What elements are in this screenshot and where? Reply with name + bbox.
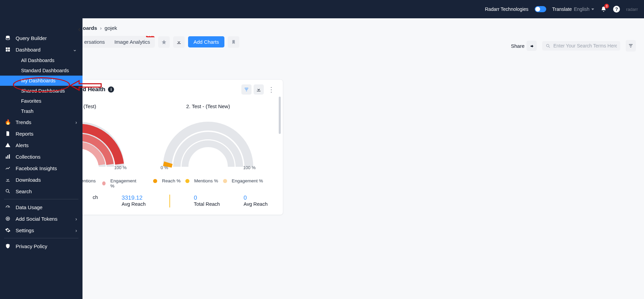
sidebar-item-query-builder[interactable]: Query Builder [0, 32, 82, 44]
grid-icon [5, 46, 11, 53]
sidebar-item-downloads[interactable]: Downloads [0, 174, 82, 185]
share-button[interactable]: Share [511, 41, 537, 51]
scrollbar[interactable] [279, 97, 281, 134]
gauge-2: 2. Test - (Test New) 0 % 100 % Reach % [150, 103, 266, 188]
help-button[interactable]: ? [613, 6, 620, 13]
nav-label: Add Social Tokens [16, 216, 57, 222]
svg-rect-4 [8, 50, 10, 52]
filter-button[interactable] [626, 40, 636, 52]
sidebar-item-collections[interactable]: Collections [0, 151, 82, 162]
search-icon [546, 43, 551, 48]
beta-badge: BETA [146, 36, 155, 37]
trend-icon [5, 165, 11, 171]
chevron-down-icon [591, 8, 594, 10]
sidebar-item-alerts[interactable]: Alerts [0, 139, 82, 151]
sidebar-item-trash[interactable]: Trash [0, 106, 82, 116]
nav-label: Privacy Policy [16, 243, 47, 249]
scale-min: 0 % [161, 165, 168, 170]
sidebar-item-standard-dashboards[interactable]: Standard Dashboards [0, 65, 82, 76]
sidebar-item-favorites[interactable]: Favorites [0, 96, 82, 106]
language-value: English [574, 6, 589, 12]
sidebar-item-dashboard[interactable]: Dashboard ⌄ [0, 44, 82, 55]
chevron-down-icon: ⌄ [73, 46, 77, 53]
sidebar-item-reports[interactable]: Reports [0, 128, 82, 139]
sidebar-item-settings[interactable]: Settings › [0, 224, 82, 236]
widget-download-button[interactable] [254, 84, 264, 95]
nav-label: Facebook Insights [16, 165, 57, 171]
favorite-button[interactable] [158, 36, 170, 48]
widget-title: nd Health [79, 86, 105, 93]
sidebar-item-data-usage[interactable]: Data Usage [0, 201, 82, 213]
svg-point-10 [7, 218, 8, 219]
svg-point-11 [547, 44, 549, 47]
collapse-sidebar-button[interactable]: ‹ [78, 25, 80, 34]
sidebar: Query Builder Dashboard ⌄ All Dashboards… [0, 0, 82, 299]
info-icon[interactable]: i [108, 86, 114, 93]
token-icon [5, 216, 11, 222]
sidebar-item-privacy-policy[interactable]: Privacy Policy [0, 240, 82, 252]
nav-label: Query Builder [16, 35, 47, 41]
bookmark-button[interactable] [228, 36, 239, 48]
legend-dot-mentions [185, 179, 189, 183]
sidebar-item-my-dashboards[interactable]: My Dashboards [0, 76, 82, 86]
breadcrumb: oards › gojek [79, 18, 644, 36]
nav-label: Collections [16, 154, 40, 160]
notification-badge: 8 [604, 4, 609, 8]
stat-g2-avg: 0 Avg Reach [244, 195, 268, 207]
nav-label: Settings [16, 227, 34, 233]
database-icon [5, 35, 11, 41]
svg-rect-7 [9, 154, 10, 159]
sidebar-item-all-dashboards[interactable]: All Dashboards [0, 55, 82, 65]
widget-filter-button[interactable] [241, 84, 252, 95]
download-icon [5, 177, 11, 183]
tab-conversations[interactable]: ersations [79, 36, 110, 48]
nav-label: Alerts [16, 142, 29, 148]
svg-rect-3 [6, 50, 7, 52]
stat-g2-total: 0 Total Reach [194, 195, 220, 207]
translate-label: Translate [552, 6, 572, 12]
flame-icon: 🔥 [5, 119, 11, 125]
scale-max: 100 % [114, 165, 127, 170]
gauge-2-title: 2. Test - (Test New) [186, 103, 230, 109]
sidebar-item-shared-dashboards[interactable]: Shared Dashboards [0, 86, 82, 96]
chevron-right-icon: › [75, 227, 77, 233]
svg-point-9 [6, 217, 10, 221]
translate-toggle[interactable] [535, 6, 546, 12]
notifications-button[interactable]: 8 [600, 6, 607, 13]
shield-icon [5, 243, 11, 249]
widget-menu-button[interactable]: ⋮ [266, 85, 277, 94]
search-input[interactable] [553, 43, 617, 48]
nav-label: Reports [16, 131, 34, 137]
breadcrumb-root[interactable]: oards [83, 25, 97, 31]
chevron-right-icon: › [75, 216, 77, 222]
chart-icon [5, 154, 11, 160]
svg-rect-1 [6, 47, 7, 49]
sidebar-item-trends[interactable]: 🔥 Trends › [0, 116, 82, 128]
nav-label: Trends [16, 119, 31, 125]
nav-label: Data Usage [16, 204, 42, 210]
top-header: radarr Radarr Technologies Translate Eng… [0, 0, 644, 18]
stats-row: ch 3319.12 Avg Reach 0 Total Reach 0 Avg… [93, 195, 277, 207]
document-icon [5, 131, 11, 137]
gauge-2-legend: Reach % Mentions % Engagement % [153, 178, 263, 183]
sidebar-item-search[interactable]: Search [0, 185, 82, 197]
download-button[interactable] [173, 36, 185, 48]
gauge-2-chart [157, 113, 259, 170]
add-charts-button[interactable]: Add Charts [188, 36, 224, 47]
search-icon [5, 188, 11, 194]
breadcrumb-current: gojek [105, 25, 117, 31]
gear-icon [5, 227, 11, 233]
brand-small: radarr [626, 7, 638, 12]
company-name: Radarr Technologies [485, 6, 528, 12]
nav-label: Downloads [16, 177, 41, 183]
stat-divider [169, 195, 170, 207]
language-selector[interactable]: Translate English [552, 6, 594, 12]
tab-image-analytics[interactable]: Image Analytics BETA [110, 36, 155, 48]
sidebar-item-add-social-tokens[interactable]: Add Social Tokens › [0, 213, 82, 224]
divider [4, 238, 78, 238]
legend-dot-reach [153, 179, 157, 183]
chevron-right-icon: › [75, 119, 77, 125]
sidebar-item-facebook-insights[interactable]: Facebook Insights [0, 162, 82, 174]
search-box[interactable] [542, 41, 620, 51]
tabset: ersations Image Analytics BETA [79, 36, 155, 48]
